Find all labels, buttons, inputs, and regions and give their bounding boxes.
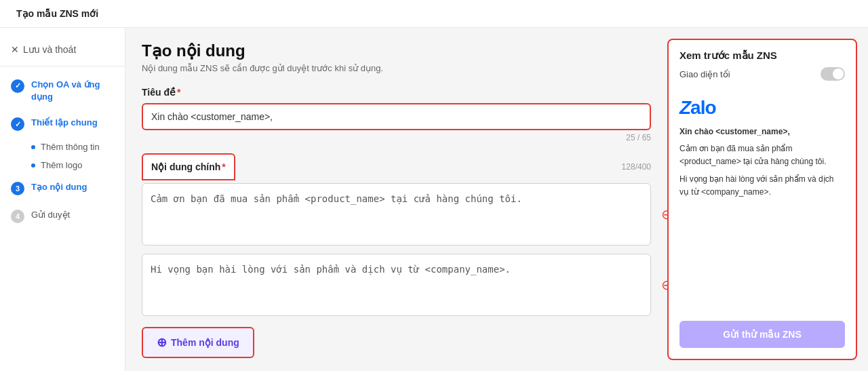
dot-icon-them-logo xyxy=(31,163,35,168)
sidebar-item-chon-oa[interactable]: Chọn OA và ứng dụng xyxy=(0,72,125,110)
preview-panel: Xem trước mẫu ZNS Giao diện tối Zalo Xin… xyxy=(667,39,857,360)
sidebar-item-gui-duyet[interactable]: 4 Gửi duyệt xyxy=(0,202,125,230)
sidebar-divider xyxy=(0,66,125,66)
preview-title: Xem trước mẫu ZNS xyxy=(669,40,856,67)
dot-icon-them-thong-tin xyxy=(31,145,35,149)
remove-block-1-button[interactable]: ⊖ xyxy=(661,208,667,221)
title-input-wrapper xyxy=(142,103,651,130)
content-block-1-inner: Cảm ơn bạn đã mua sản phẩm <product_name… xyxy=(142,183,651,246)
content-section-header: Nội dung chính* xyxy=(142,153,235,180)
sidebar-item-them-logo[interactable]: Thêm logo xyxy=(0,156,125,174)
content-block-2-inner: Hi vọng bạn hài lòng với sản phẩm và dịc… xyxy=(142,254,651,316)
top-bar: Tạo mẫu ZNS mới xyxy=(0,0,868,28)
sidebar-label-gui-duyet: Gửi duyệt xyxy=(31,209,70,221)
sidebar-label-them-logo: Thêm logo xyxy=(41,160,82,170)
check-icon-thiet-lap xyxy=(11,117,24,131)
page-header-title: Tạo mẫu ZNS mới xyxy=(16,8,98,19)
content-section: Nội dung chính* 128/400 Cảm ơn bạn đã mu… xyxy=(142,153,651,358)
title-char-count: 25 / 65 xyxy=(142,133,651,142)
zalo-logo: Zalo xyxy=(679,97,845,119)
title-label: Tiêu đề* xyxy=(142,87,651,98)
sidebar-item-thiet-lap[interactable]: Thiết lập chung xyxy=(0,110,125,138)
send-test-button[interactable]: Gửi thử mẫu ZNS xyxy=(679,321,845,348)
close-icon: ✕ xyxy=(11,44,19,55)
preview-toggle-row: Giao diện tối xyxy=(669,67,856,89)
main-content: Tạo nội dung Nội dung mẫu ZNS sẽ cần đượ… xyxy=(125,28,667,371)
check-icon-chon-oa xyxy=(11,79,24,93)
sidebar: ✕ Lưu và thoát Chọn OA và ứng dụng Thiết… xyxy=(0,28,125,371)
preview-greeting: Xin chào <customer_name>, xyxy=(679,125,845,138)
dark-mode-toggle[interactable] xyxy=(821,67,845,81)
close-label: Lưu và thoát xyxy=(23,44,76,55)
remove-block-2-button[interactable]: ⊖ xyxy=(661,278,667,292)
page-subtitle: Nội dung mẫu ZNS sẽ cần được gửi duyệt t… xyxy=(142,63,651,73)
content-block-1: Cảm ơn bạn đã mua sản phẩm <product_name… xyxy=(142,183,651,246)
add-content-button[interactable]: ⊕ Thêm nội dung xyxy=(142,327,254,358)
sidebar-label-chon-oa: Chọn OA và ứng dụng xyxy=(31,79,114,103)
title-section: Tiêu đề* 25 / 65 xyxy=(142,87,651,142)
close-button[interactable]: ✕ Lưu và thoát xyxy=(0,39,125,66)
plus-icon: ⊕ xyxy=(157,335,167,350)
content-char-count: 128/400 xyxy=(622,159,651,174)
sidebar-label-thiet-lap: Thiết lập chung xyxy=(31,117,98,129)
toggle-label: Giao diện tối xyxy=(679,69,730,79)
page-title: Tạo nội dung xyxy=(142,41,651,60)
content-blocks-area: Cảm ơn bạn đã mua sản phẩm <product_name… xyxy=(142,183,651,316)
preview-line2: Hi vọng bạn hài lòng với sản phẩm và dịc… xyxy=(679,173,845,199)
preview-line1: Cảm ơn bạn đã mua sản phẩm <product_name… xyxy=(679,142,845,168)
sidebar-item-tao-noi-dung[interactable]: 3 Tạo nội dung xyxy=(0,174,125,202)
step-number-tao-noi-dung: 3 xyxy=(11,182,24,195)
sidebar-label-tao-noi-dung: Tạo nội dung xyxy=(31,181,87,193)
sidebar-item-them-thong-tin[interactable]: Thêm thông tin xyxy=(0,138,125,156)
title-input[interactable] xyxy=(151,111,642,122)
add-content-label: Thêm nội dung xyxy=(171,337,239,348)
sidebar-label-them-thong-tin: Thêm thông tin xyxy=(41,142,100,152)
content-block-2: Hi vọng bạn hài lòng với sản phẩm và dịc… xyxy=(142,254,651,316)
content-textarea-1[interactable]: Cảm ơn bạn đã mua sản phẩm <product_name… xyxy=(151,192,642,235)
preview-content: Zalo Xin chào <customer_name>, Cảm ơn bạ… xyxy=(669,89,856,313)
content-textarea-2[interactable]: Hi vọng bạn hài lòng với sản phẩm và dịc… xyxy=(151,262,642,305)
step-number-gui-duyet: 4 xyxy=(11,210,24,223)
